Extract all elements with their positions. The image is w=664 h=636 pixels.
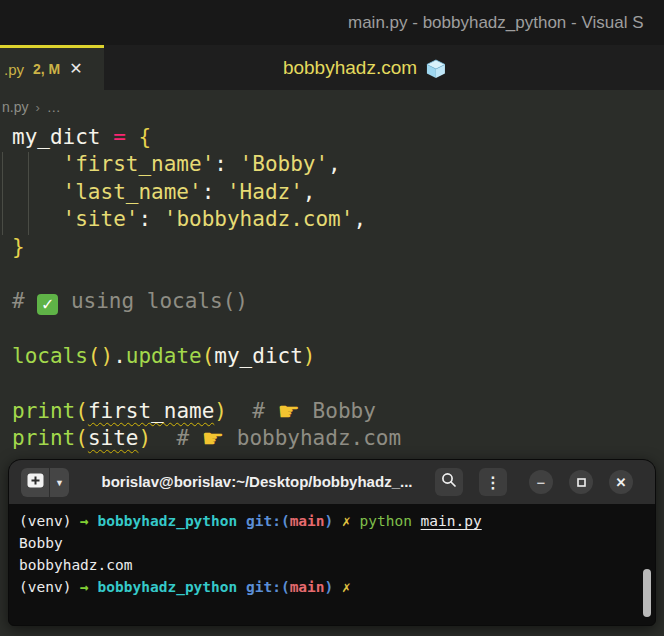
new-tab-icon bbox=[27, 473, 44, 492]
token: my_dict bbox=[12, 125, 113, 149]
terminal-header: ▼ borislav@borislav:~/Desktop/bobbyhadz_… bbox=[9, 460, 655, 504]
minimize-button[interactable]: − bbox=[529, 470, 553, 494]
token: print bbox=[12, 426, 75, 450]
indent-guide bbox=[2, 152, 3, 235]
code-line: print(first_name) # ☛ Bobby bbox=[12, 398, 401, 425]
token: : bbox=[202, 180, 227, 204]
new-tab-dropdown-button[interactable]: ▼ bbox=[49, 468, 69, 497]
token: # bbox=[151, 426, 202, 450]
token: (venv) bbox=[19, 579, 80, 595]
editor-tab-bar: .py 2, M ✕ bobbyhadz.com bbox=[0, 45, 664, 90]
token: print bbox=[12, 399, 75, 423]
code-line: # ✓ using locals() bbox=[12, 288, 401, 315]
token bbox=[12, 180, 63, 204]
terminal-window: ▼ borislav@borislav:~/Desktop/bobbyhadz_… bbox=[8, 459, 656, 626]
token: = bbox=[113, 125, 138, 149]
check-emoji: ✓ bbox=[37, 294, 58, 315]
window-title: main.py - bobbyhadz_python - Visual S bbox=[348, 0, 643, 45]
token: main bbox=[290, 579, 325, 595]
code-line: 'last_name': 'Hadz', bbox=[12, 179, 401, 206]
terminal-line: bobbyhadz.com bbox=[19, 554, 655, 576]
terminal-line: (venv) → bobbyhadz_python git:(main) ✗ bbox=[19, 576, 655, 598]
menu-button[interactable]: ⋮ bbox=[479, 468, 507, 496]
token: (venv) bbox=[19, 513, 80, 529]
tab-filename-label: .py bbox=[4, 61, 24, 78]
token: 'site' bbox=[63, 207, 139, 231]
token: , bbox=[328, 152, 341, 176]
token: } bbox=[12, 235, 25, 259]
breadcrumb[interactable]: n.py › … bbox=[2, 99, 61, 115]
token: ( bbox=[202, 344, 215, 368]
terminal-scrollbar-thumb[interactable] bbox=[643, 569, 651, 617]
new-tab-button[interactable] bbox=[21, 468, 49, 497]
token: , bbox=[353, 207, 366, 231]
code-line: 'site': 'bobbyhadz.com', bbox=[12, 206, 401, 233]
window-titlebar: main.py - bobbyhadz_python - Visual S bbox=[0, 0, 664, 45]
tab-problems-modified-badge: 2, M bbox=[33, 61, 60, 77]
token: ✗ bbox=[342, 579, 351, 595]
tab-close-icon[interactable]: ✕ bbox=[69, 61, 82, 77]
token: Bobby bbox=[19, 535, 63, 551]
breadcrumb-file: n.py bbox=[2, 99, 28, 115]
token: Bobby bbox=[300, 399, 376, 423]
code-line: print(site) # ☛ bobbyhadz.com bbox=[12, 425, 401, 452]
token: ) bbox=[214, 399, 227, 423]
token: ) bbox=[303, 344, 316, 368]
close-button[interactable]: ✕ bbox=[609, 470, 633, 494]
maximize-button[interactable] bbox=[569, 470, 593, 494]
terminal-output[interactable]: (venv) → bobbyhadz_python git:(main) ✗ p… bbox=[9, 504, 655, 626]
tab-main-py[interactable]: .py 2, M ✕ bbox=[0, 45, 104, 90]
token: → bbox=[80, 579, 97, 595]
token: site bbox=[88, 426, 139, 450]
search-button[interactable] bbox=[435, 468, 463, 496]
token: 'last_name' bbox=[63, 180, 202, 204]
terminal-title: borislav@borislav:~/Desktop/bobbyhadz_..… bbox=[102, 460, 413, 504]
token: () bbox=[88, 344, 113, 368]
minimize-icon: − bbox=[537, 475, 546, 490]
token: : bbox=[214, 152, 239, 176]
code-area[interactable]: my_dict = { 'first_name': 'Bobby', 'last… bbox=[12, 124, 401, 453]
code-line: } bbox=[12, 234, 401, 261]
kebab-menu-icon: ⋮ bbox=[485, 473, 501, 492]
dropdown-icon: ▼ bbox=[55, 478, 64, 488]
code-line: locals().update(my_dict) bbox=[12, 343, 401, 370]
token bbox=[12, 152, 63, 176]
token: ✗ bbox=[342, 513, 359, 529]
code-line: my_dict = { bbox=[12, 124, 401, 151]
pointing-right-emoji: ☛ bbox=[202, 424, 224, 453]
token: 'first_name' bbox=[63, 152, 215, 176]
token: bobbyhadz_python bbox=[98, 513, 246, 529]
token: ) bbox=[325, 513, 342, 529]
watermark-text: bobbyhadz.com bbox=[283, 57, 417, 79]
breadcrumb-more: … bbox=[47, 99, 61, 115]
token: # bbox=[227, 399, 278, 423]
chevron-right-icon: › bbox=[35, 100, 39, 115]
token: 'bobbyhadz.com' bbox=[164, 207, 354, 231]
close-icon: ✕ bbox=[616, 475, 627, 490]
token: ( bbox=[75, 399, 88, 423]
token: locals bbox=[12, 344, 88, 368]
terminal-line: Bobby bbox=[19, 532, 655, 554]
watermark: bobbyhadz.com bbox=[283, 45, 447, 90]
code-line bbox=[12, 261, 401, 288]
token: : bbox=[138, 207, 163, 231]
token: , bbox=[303, 180, 316, 204]
token: first_name bbox=[88, 399, 214, 423]
token: 'Bobby' bbox=[240, 152, 329, 176]
token: bobbyhadz.com bbox=[19, 557, 133, 573]
new-tab-button-group: ▼ bbox=[21, 468, 69, 497]
token: bobbyhadz.com bbox=[224, 426, 401, 450]
token: git:( bbox=[246, 579, 290, 595]
vscode-window: main.py - bobbyhadz_python - Visual S .p… bbox=[0, 0, 664, 636]
token: ) bbox=[325, 579, 342, 595]
token: { bbox=[138, 125, 151, 149]
token bbox=[12, 207, 63, 231]
token: # bbox=[12, 289, 37, 313]
code-line bbox=[12, 316, 401, 343]
pointing-right-emoji: ☛ bbox=[278, 397, 300, 426]
code-line: 'first_name': 'Bobby', bbox=[12, 151, 401, 178]
token: 'Hadz' bbox=[227, 180, 303, 204]
token: git:( bbox=[246, 513, 290, 529]
token: main bbox=[290, 513, 325, 529]
token: ( bbox=[75, 426, 88, 450]
